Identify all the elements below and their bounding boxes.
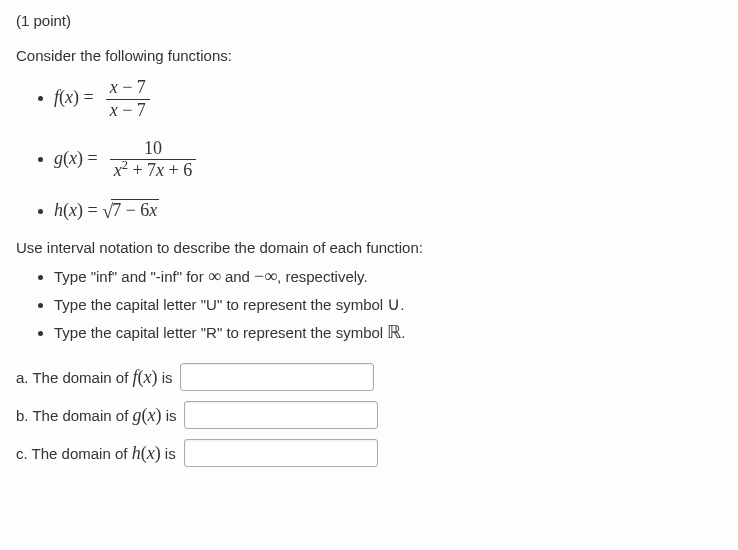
domain-prompt: Use interval notation to describe the do… — [16, 239, 722, 256]
domain-f-input[interactable] — [180, 363, 374, 391]
fraction-g: 10 x2 + 7x + 6 — [110, 139, 197, 182]
instruction-inf: Type "inf" and "-inf" for ∞ and −∞, resp… — [54, 266, 722, 287]
points-label: (1 point) — [16, 12, 722, 29]
fn-g-name: g — [54, 148, 63, 168]
fn-f-name: f — [54, 87, 59, 107]
fn-h-name: h — [54, 200, 63, 220]
function-list: f(x) = x − 7 x − 7 g(x) = 10 x2 + 7x + 6… — [16, 78, 722, 221]
intro-text: Consider the following functions: — [16, 47, 722, 64]
domain-g-input[interactable] — [184, 401, 378, 429]
function-f: f(x) = x − 7 x − 7 — [54, 78, 722, 121]
answer-row-c: c. The domain of h(x) is — [16, 439, 722, 467]
answer-row-b: b. The domain of g(x) is — [16, 401, 722, 429]
function-g: g(x) = 10 x2 + 7x + 6 — [54, 139, 722, 182]
instruction-union: Type the capital letter "U" to represent… — [54, 293, 722, 315]
instruction-reals: Type the capital letter "R" to represent… — [54, 321, 722, 343]
sqrt-h: √7 − 6x — [102, 199, 159, 221]
fraction-f: x − 7 x − 7 — [106, 78, 150, 121]
function-h: h(x) = √7 − 6x — [54, 199, 722, 221]
answer-label-b: b. The domain of g(x) is — [16, 405, 176, 426]
instructions-list: Type "inf" and "-inf" for ∞ and −∞, resp… — [16, 266, 722, 343]
answer-label-c: c. The domain of h(x) is — [16, 443, 176, 464]
answer-row-a: a. The domain of f(x) is — [16, 363, 722, 391]
answers-block: a. The domain of f(x) is b. The domain o… — [16, 363, 722, 467]
answer-label-a: a. The domain of f(x) is — [16, 367, 172, 388]
domain-h-input[interactable] — [184, 439, 378, 467]
